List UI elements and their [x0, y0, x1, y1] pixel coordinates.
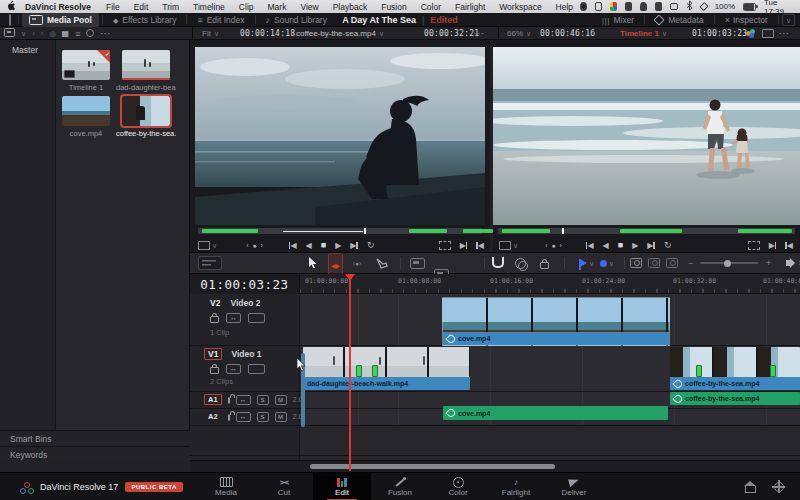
menu-fusion[interactable]: Fusion — [374, 2, 414, 12]
menu-app-name[interactable]: DaVinci Resolve — [17, 2, 99, 12]
track-header-v2[interactable]: V2 Video 2 1 Clip — [190, 294, 300, 345]
auto-select-icon[interactable] — [236, 412, 251, 422]
auto-select-icon[interactable] — [226, 364, 241, 374]
menu-color[interactable]: Color — [414, 2, 448, 12]
smart-bins-section[interactable]: Smart Bins — [0, 430, 190, 446]
page-fusion[interactable]: Fusion — [371, 473, 429, 500]
display-status-icon[interactable] — [670, 3, 677, 10]
goto-first-frame-button[interactable] — [586, 241, 594, 250]
media-clip-dad-daughter[interactable] — [122, 50, 170, 80]
viewer-mode-icon[interactable] — [499, 241, 518, 250]
view-options-chevron[interactable] — [21, 29, 26, 38]
media-clip-coffee-selected[interactable] — [122, 96, 170, 126]
timeline-horizontal-scrollbar[interactable] — [310, 464, 555, 469]
in-point-button[interactable] — [460, 241, 468, 250]
menu-help[interactable]: Help — [549, 2, 580, 12]
loop-button[interactable] — [367, 240, 375, 250]
source-options-icon[interactable] — [474, 27, 485, 40]
effects-library-toggle[interactable]: Effects Library — [106, 13, 184, 27]
menu-view[interactable]: View — [293, 2, 325, 12]
menu-trim[interactable]: Trim — [155, 2, 186, 12]
track-lock-icon[interactable] — [210, 316, 219, 323]
project-settings-gear-icon[interactable] — [774, 482, 784, 492]
zoom-in-button[interactable]: + — [766, 253, 771, 273]
match-frame-icon[interactable] — [439, 241, 451, 250]
mute-button[interactable]: M — [275, 395, 287, 405]
timeline-view-options-icon[interactable] — [198, 256, 222, 270]
menu-timeline[interactable]: Timeline — [186, 2, 232, 12]
media-pool-more-icon[interactable] — [100, 29, 111, 38]
cloud-status-icon[interactable] — [640, 2, 647, 11]
out-point-button[interactable] — [476, 241, 484, 250]
stop-button[interactable] — [618, 240, 623, 250]
track-header-a1[interactable]: A1 S M 2.0 — [190, 391, 300, 408]
page-edit-active[interactable]: Edit — [313, 473, 371, 500]
source-scrubber[interactable] — [198, 228, 482, 234]
goto-first-frame-button[interactable] — [289, 241, 297, 250]
menu-mark[interactable]: Mark — [261, 2, 294, 12]
dropbox-status-icon[interactable] — [625, 2, 632, 11]
camera-status-icon[interactable] — [595, 2, 602, 11]
track-enable-icon[interactable] — [248, 364, 265, 374]
selection-tool[interactable] — [308, 253, 317, 273]
track-header-v1[interactable]: V1 Video 1 2 Clips — [190, 345, 300, 391]
track-lock-icon[interactable] — [228, 397, 230, 404]
track-header-a2[interactable]: A2 S M 2.0 — [190, 408, 300, 425]
clip-marker-green[interactable] — [770, 365, 776, 377]
marker-button[interactable] — [600, 253, 614, 273]
track-id[interactable]: V2 — [210, 298, 220, 308]
in-point-button[interactable] — [769, 241, 777, 250]
audio-monitor-icon[interactable] — [786, 253, 795, 273]
apple-icon[interactable] — [6, 0, 15, 13]
zoom-out-button[interactable]: − — [688, 253, 693, 273]
timeline-clip-dad-daughter-video[interactable]: dad-daughter-beach-walk.mp4 — [303, 347, 470, 390]
media-clip-label[interactable]: coffee-by-the-sea... — [116, 129, 176, 138]
menu-fairlight[interactable]: Fairlight — [448, 2, 492, 12]
track-name[interactable]: Video 2 — [230, 298, 260, 308]
mixer-toggle[interactable]: Mixer — [595, 13, 641, 27]
page-media[interactable]: Media — [197, 473, 255, 500]
collapse-header-button[interactable] — [782, 14, 795, 26]
track-enable-icon[interactable] — [248, 313, 265, 323]
media-clip-label[interactable]: Timeline 1 — [56, 83, 116, 92]
nav-forward-icon[interactable]: › — [41, 29, 44, 38]
menu-clip[interactable]: Clip — [232, 2, 261, 12]
colorful-app-icon[interactable] — [610, 2, 617, 11]
solo-button[interactable]: S — [257, 412, 269, 422]
custom-zoom-icon[interactable] — [666, 253, 678, 273]
goto-last-frame-button[interactable] — [647, 241, 655, 250]
timeline-clip-coffee-video[interactable]: coffee-by-the-sea.mp4 — [670, 347, 800, 390]
play-button[interactable] — [632, 241, 638, 250]
page-cut[interactable]: Cut — [255, 473, 313, 500]
jog-control[interactable] — [545, 241, 563, 250]
source-zoom-select[interactable]: Fit — [202, 27, 219, 40]
clip-marker-green[interactable] — [696, 365, 702, 377]
menu-workspace[interactable]: Workspace — [492, 2, 548, 12]
viewer-mode-icon[interactable] — [198, 241, 217, 250]
edit-index-toggle[interactable]: Edit Index — [190, 13, 251, 27]
thumbnail-view-icon[interactable]: ▦ — [62, 29, 70, 38]
track-id-selected[interactable]: V1 — [204, 348, 222, 360]
menu-file[interactable]: File — [99, 2, 127, 12]
track-lock-icon[interactable] — [210, 367, 219, 374]
shape-status-icon[interactable] — [699, 2, 708, 11]
inspector-toggle[interactable]: Inspector — [718, 13, 775, 27]
keywords-section[interactable]: Keywords — [0, 446, 190, 462]
full-extent-zoom-icon[interactable] — [630, 253, 642, 273]
jog-control[interactable] — [246, 241, 264, 250]
timeline-viewer-options-icon[interactable] — [779, 27, 790, 40]
dual-monitor-icon[interactable] — [762, 27, 774, 40]
auto-select-icon[interactable] — [226, 313, 241, 323]
clip-marker-green[interactable] — [372, 365, 378, 377]
remote-monitor-icon[interactable] — [9, 15, 11, 25]
snapping-toggle[interactable] — [492, 253, 504, 273]
timeline-name-select[interactable]: Timeline 1 — [620, 27, 667, 40]
auto-select-icon[interactable] — [236, 395, 251, 405]
page-deliver[interactable]: Deliver — [545, 473, 603, 500]
source-playhead-tick[interactable] — [364, 228, 366, 234]
menu-playback[interactable]: Playback — [326, 2, 375, 12]
loop-button[interactable] — [664, 240, 672, 250]
linked-selection-toggle[interactable] — [515, 253, 526, 273]
play-reverse-button[interactable] — [306, 241, 312, 250]
media-clip-timeline-1[interactable]: ✓ — [62, 50, 110, 80]
